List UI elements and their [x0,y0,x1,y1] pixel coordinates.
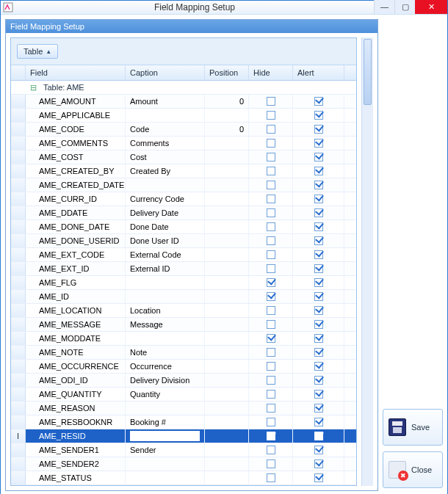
cell-caption[interactable]: Done User ID [126,234,205,247]
cell-position[interactable] [205,388,249,401]
alert-checkbox[interactable] [314,432,323,440]
cell-alert[interactable] [293,137,344,150]
cell-hide[interactable] [249,262,293,275]
hide-checkbox[interactable] [267,446,275,454]
cell-hide[interactable] [249,360,293,373]
table-row[interactable]: IAME_RESID [11,429,356,443]
hide-checkbox[interactable] [267,404,275,413]
alert-checkbox[interactable] [314,153,323,161]
cell-hide[interactable] [249,457,293,471]
alert-checkbox[interactable] [314,222,323,231]
cell-hide[interactable] [249,346,293,359]
cell-caption[interactable]: Message [126,318,205,331]
hide-checkbox[interactable] [267,334,275,343]
hide-checkbox[interactable] [267,306,275,315]
alert-checkbox[interactable] [314,404,323,413]
cell-position[interactable] [205,192,249,206]
group-row[interactable]: ⊟ Table: AME [11,81,356,95]
alert-checkbox[interactable] [314,195,323,203]
cell-field[interactable]: AME_MODDATE [26,332,126,345]
column-caption[interactable]: Caption [126,65,205,80]
cell-field[interactable]: AME_APPLICABLE [26,109,126,122]
hide-checkbox[interactable] [267,153,275,161]
alert-checkbox[interactable] [314,460,323,468]
alert-checkbox[interactable] [314,376,323,385]
hide-checkbox[interactable] [267,111,275,120]
cell-position[interactable] [205,150,249,164]
cell-alert[interactable] [293,95,344,108]
cell-caption[interactable]: Delivery Date [126,206,205,219]
cell-alert[interactable] [293,443,344,457]
cell-hide[interactable] [249,220,293,233]
cell-field[interactable]: AME_CODE [26,123,126,136]
table-row[interactable]: AME_APPLICABLE [11,109,356,123]
alert-checkbox[interactable] [314,292,323,301]
alert-checkbox[interactable] [314,139,323,148]
cell-alert[interactable] [293,192,344,206]
table-row[interactable]: AME_COMMENTSComments [11,137,356,150]
cell-field[interactable]: AME_RESBOOKNR [26,415,126,429]
cell-caption[interactable] [126,402,205,415]
cell-hide[interactable] [249,388,293,401]
scrollbar-thumb[interactable] [364,39,372,105]
column-alert[interactable]: Alert [293,65,344,80]
hide-checkbox[interactable] [267,236,275,245]
cell-field[interactable]: AME_QUANTITY [26,388,126,401]
hide-checkbox[interactable] [267,362,275,371]
cell-hide[interactable] [249,137,293,150]
cell-caption[interactable] [126,109,205,122]
hide-checkbox[interactable] [267,97,275,106]
table-row[interactable]: AME_ODI_IDDelivery Division [11,374,356,388]
cell-hide[interactable] [249,234,293,247]
alert-checkbox[interactable] [314,111,323,120]
cell-field[interactable]: AME_ODI_ID [26,374,126,387]
cell-hide[interactable] [249,192,293,206]
title-bar[interactable]: Field Mapping Setup — ▢ ✕ [1,1,447,15]
cell-position[interactable] [205,137,249,150]
cell-alert[interactable] [293,109,344,122]
cell-field[interactable]: AME_CURR_ID [26,192,126,206]
cell-position[interactable] [205,234,249,247]
cell-position[interactable] [205,276,249,289]
alert-checkbox[interactable] [314,348,323,357]
cell-alert[interactable] [293,457,344,471]
cell-alert[interactable] [293,276,344,289]
cell-field[interactable]: AME_NOTE [26,346,126,359]
cell-caption[interactable] [126,290,205,303]
cell-hide[interactable] [249,304,293,317]
cell-position[interactable] [205,360,249,373]
cell-caption[interactable] [126,429,205,443]
cell-position[interactable] [205,402,249,415]
table-row[interactable]: AME_CURR_IDCurrency Code [11,192,356,206]
table-row[interactable]: AME_LOCATIONLocation [11,304,356,318]
table-row[interactable]: AME_SENDER1Sender [11,443,356,457]
cell-position[interactable] [205,178,249,192]
hide-checkbox[interactable] [267,125,275,134]
cell-hide[interactable] [249,123,293,136]
cell-field[interactable]: AME_AMOUNT [26,95,126,108]
close-button[interactable]: Close [383,451,443,488]
cell-position[interactable] [205,318,249,331]
cell-caption[interactable]: Created By [126,164,205,178]
table-row[interactable]: AME_FLG [11,276,356,290]
hide-checkbox[interactable] [267,473,275,482]
caption-input[interactable] [130,431,200,441]
cell-position[interactable] [205,415,249,429]
hide-checkbox[interactable] [267,348,275,357]
cell-caption[interactable]: Comments [126,137,205,150]
cell-caption[interactable]: Location [126,304,205,317]
cell-hide[interactable] [249,248,293,261]
hide-checkbox[interactable] [267,320,275,329]
cell-field[interactable]: AME_DDATE [26,206,126,219]
cell-position[interactable] [205,220,249,233]
table-row[interactable]: AME_CREATED_BYCreated By [11,164,356,178]
cell-caption[interactable]: Code [126,123,205,136]
cell-hide[interactable] [249,290,293,303]
table-row[interactable]: AME_STATUS [11,471,356,485]
cell-caption[interactable]: Sender [126,443,205,457]
cell-position[interactable]: 0 [205,123,249,136]
hide-checkbox[interactable] [267,390,275,399]
table-row[interactable]: AME_MODDATE [11,332,356,346]
cell-hide[interactable] [249,109,293,122]
hide-checkbox[interactable] [267,460,275,468]
